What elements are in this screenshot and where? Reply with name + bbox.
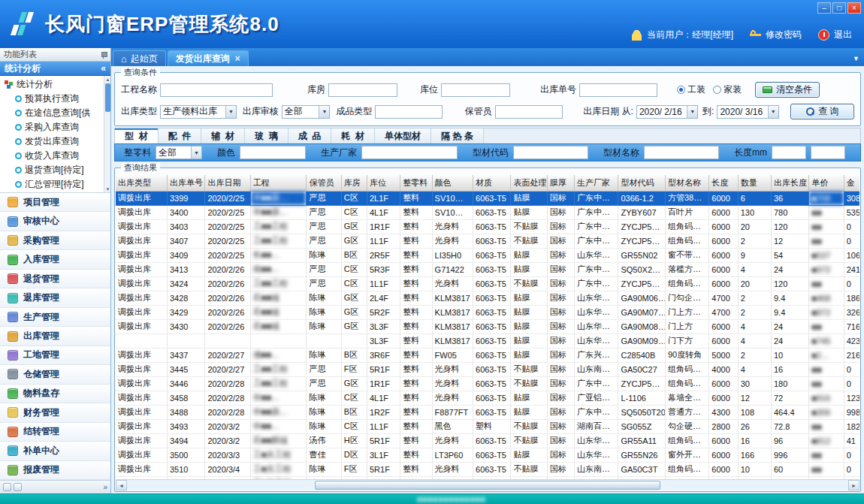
sidebar-item-finance[interactable]: 财务管理 bbox=[0, 403, 110, 422]
change-password-link[interactable]: 修改密码 bbox=[766, 29, 802, 41]
column-header[interactable]: 出库类型 bbox=[116, 175, 168, 191]
radio-work-install[interactable]: 工装 bbox=[677, 83, 705, 96]
sidebar-item-site[interactable]: 工地管理 bbox=[0, 346, 110, 365]
outbound-type-select[interactable]: 生产领料出库 ▼ bbox=[160, 105, 237, 119]
column-header[interactable]: 单价 bbox=[809, 175, 844, 191]
maximize-button[interactable]: □ bbox=[832, 2, 846, 14]
radio-home-install[interactable]: 家装 bbox=[713, 83, 742, 96]
profile-code-input[interactable] bbox=[513, 146, 588, 159]
column-header[interactable]: 整零料 bbox=[400, 175, 432, 191]
tree-scroll-thumb[interactable] bbox=[105, 83, 110, 112]
sidebar-item-production[interactable]: 生产管理 bbox=[0, 308, 110, 327]
table-row[interactable]: 3L3F整料KLM38176063-T5贴膜国标山东华…GA90M09…门下方6… bbox=[116, 333, 859, 348]
tree-root-statistics[interactable]: 统计分析 bbox=[0, 77, 110, 92]
length-to-input[interactable] bbox=[811, 146, 845, 159]
material-tab-7[interactable]: 隔 热 条 bbox=[431, 128, 484, 143]
close-button[interactable]: × bbox=[847, 2, 861, 14]
sidebar-item-scrap[interactable]: 报废管理 bbox=[0, 461, 110, 480]
column-header[interactable]: 型材代码 bbox=[618, 175, 665, 191]
material-tab-0[interactable]: 型 材 bbox=[115, 128, 159, 143]
table-row[interactable]: 调拨出库34452020/2/27工■■工程严思F区5R1F整料光身料6063-… bbox=[116, 362, 859, 376]
sidebar-item-return-goods[interactable]: 退货管理 bbox=[0, 270, 110, 288]
tree-item[interactable]: 收货入库查询 bbox=[0, 149, 110, 163]
table-row[interactable]: 调拨出库34882020/2/28华■■源…陈琳B区1R2F整料F8877FT6… bbox=[116, 405, 859, 419]
profile-name-input[interactable] bbox=[644, 146, 719, 159]
more-icon[interactable]: » bbox=[103, 483, 107, 491]
column-header[interactable]: 生产厂家 bbox=[575, 175, 618, 191]
location-input[interactable] bbox=[441, 83, 510, 97]
scroll-down-icon[interactable]: ▼ bbox=[104, 186, 110, 192]
date-from-picker[interactable]: 2020/ 2/16 ▼ bbox=[636, 105, 698, 119]
tree-item[interactable]: 汇总管理[待定] bbox=[0, 177, 110, 192]
project-name-input[interactable] bbox=[160, 83, 273, 97]
sidebar-item-inventory[interactable]: 物料盘存 bbox=[0, 385, 110, 403]
table-row[interactable]: 调拨出库34032020/2/25工■■工程严思G区1R1F整料光身料6063-… bbox=[116, 219, 859, 234]
column-header[interactable]: 长度 bbox=[709, 175, 738, 191]
table-row[interactable]: 调拨出库34072020/2/25工■■工程严思G区1L1F整料光身料6063-… bbox=[116, 234, 859, 248]
horizontal-scrollbar[interactable]: ◄ ► bbox=[116, 479, 859, 490]
product-type-input[interactable] bbox=[375, 105, 443, 119]
material-tab-1[interactable]: 配 件 bbox=[159, 128, 202, 143]
sidebar-section-statistics[interactable]: 统计分析 « bbox=[0, 62, 110, 76]
color-input[interactable] bbox=[240, 146, 306, 159]
column-header[interactable]: 金 bbox=[844, 175, 859, 191]
table-row[interactable]: 调拨出库33992020/2/25华■■源…严思C区2L1F整料SV10…606… bbox=[116, 191, 859, 205]
close-tab-icon[interactable]: × bbox=[235, 53, 240, 64]
collapse-icon[interactable]: « bbox=[101, 63, 106, 74]
table-row[interactable]: 调拨出库34002020/2/25华■■源…严思C区4L1F整料SV10…606… bbox=[116, 205, 859, 219]
column-header[interactable]: 保管员 bbox=[307, 175, 341, 191]
scroll-left-icon[interactable]: ◄ bbox=[116, 480, 127, 490]
tree-item[interactable]: 发货出库查询 bbox=[0, 134, 110, 149]
column-header[interactable]: 出库长度 bbox=[771, 175, 808, 191]
tree-item[interactable]: 退货查询[待定] bbox=[0, 163, 110, 177]
table-row[interactable]: 调拨出库34582020/2/28华■■…陈琳C区4L1F整料光身料6063-T… bbox=[116, 391, 859, 405]
table-row[interactable]: 调拨出库34372020/2/27佛■■…陈琳B区3R6F整料FW056063-… bbox=[116, 348, 859, 362]
column-header[interactable]: 膜厚 bbox=[547, 175, 574, 191]
date-to-picker[interactable]: 2020/ 3/16 ▼ bbox=[717, 105, 778, 119]
manufacturer-input[interactable] bbox=[361, 146, 458, 159]
table-row[interactable]: 调拨出库34462020/2/28工■■工程严思G区1R1F整料光身料6063-… bbox=[116, 376, 859, 391]
tab-list-dropdown-icon[interactable]: ▼ bbox=[853, 55, 859, 62]
pin-icon[interactable] bbox=[101, 52, 107, 58]
column-header[interactable]: 型材名称 bbox=[665, 175, 708, 191]
table-row[interactable]: 调拨出库34292020/2/26石■■城陈琳G区5R2F整料KLM381760… bbox=[116, 305, 859, 319]
sidebar-item-inbound[interactable]: 入库管理 bbox=[0, 250, 110, 269]
scroll-up-icon[interactable]: ▲ bbox=[104, 76, 110, 83]
material-tab-2[interactable]: 辅 材 bbox=[201, 128, 245, 143]
table-row[interactable]: 调拨出库34302020/2/26石■■城陈琳G区3L3F整料KLM381760… bbox=[116, 319, 859, 333]
material-tab-5[interactable]: 耗 材 bbox=[331, 128, 375, 143]
column-header[interactable]: 库房 bbox=[341, 175, 367, 191]
table-row[interactable]: 调拨出库35102020/3/4工■共工程陈琳F区5R1F整料光身料6063-T… bbox=[116, 462, 859, 476]
tree-item[interactable]: 预算执行查询 bbox=[0, 92, 110, 106]
column-header[interactable]: 颜色 bbox=[432, 175, 473, 191]
table-row[interactable]: 调拨出库34092020/2/25长■■…陈琳B区2R5F整料LI35H0606… bbox=[116, 248, 859, 262]
warehouse-input[interactable] bbox=[328, 83, 397, 97]
tree-item[interactable]: 在途信息查询[供 bbox=[0, 106, 110, 120]
tree-item[interactable]: 采购入库查询 bbox=[0, 120, 110, 134]
panel-icon-2[interactable] bbox=[14, 483, 22, 491]
table-row[interactable]: 调拨出库34282020/2/26石■■城陈琳G区2L4F整料KLM381760… bbox=[116, 291, 859, 305]
logout-link[interactable]: 退出 bbox=[834, 29, 852, 41]
clear-conditions-button[interactable]: 清空条件 bbox=[755, 82, 820, 98]
sidebar-item-outbound[interactable]: 出库管理 bbox=[0, 327, 110, 346]
sidebar-item-audit[interactable]: 审核中心 bbox=[0, 212, 110, 231]
length-from-input[interactable] bbox=[772, 146, 806, 159]
table-row[interactable]: 调拨出库34132020/2/26南■■…严思C区5R3F整料G71422606… bbox=[116, 262, 859, 276]
scroll-right-icon[interactable]: ► bbox=[848, 480, 859, 490]
sidebar-item-project[interactable]: 项目管理 bbox=[0, 193, 110, 212]
material-tab-3[interactable]: 玻 璃 bbox=[245, 128, 289, 143]
table-row[interactable]: 调拨出库34242020/2/26工■■工程严思C区1L1F整料光身料6063-… bbox=[116, 276, 859, 291]
column-header[interactable]: 库位 bbox=[367, 175, 400, 191]
panel-icon-1[interactable] bbox=[3, 483, 11, 491]
sidebar-item-warehouse[interactable]: 仓储管理 bbox=[0, 365, 110, 384]
material-tab-4[interactable]: 成 品 bbox=[289, 128, 332, 143]
whole-part-select[interactable]: 全部 ▼ bbox=[156, 146, 202, 159]
sidebar-item-carryover[interactable]: 结转管理 bbox=[0, 423, 110, 442]
table-row[interactable]: 调拨出库35002020/3/3工■共工程曹佳D区3L1F整料LT3P60606… bbox=[116, 448, 859, 462]
tree-scrollbar[interactable]: ▲ ▼ bbox=[104, 76, 110, 192]
column-header[interactable]: 数量 bbox=[738, 175, 771, 191]
column-header[interactable]: 表面处理 bbox=[511, 175, 547, 191]
column-header[interactable]: 工程 bbox=[250, 175, 307, 191]
column-header[interactable]: 出库日期 bbox=[205, 175, 250, 191]
search-button[interactable]: 查 询 bbox=[790, 104, 854, 119]
